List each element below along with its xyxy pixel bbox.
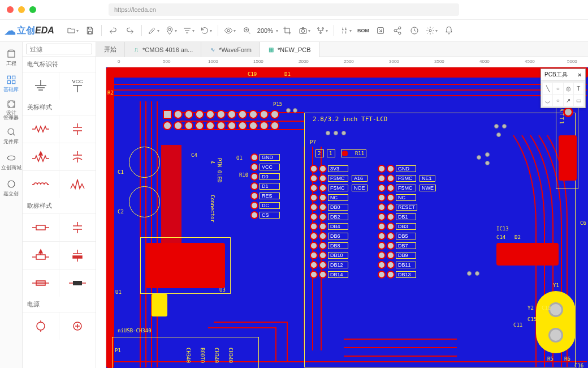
rail-designmgr-label: 设计 管理器	[3, 110, 19, 121]
palette-section-elec[interactable]: 电气标识符	[23, 57, 96, 72]
svg-rect-16	[12, 76, 15, 79]
rail-designmgr[interactable]: 设计 管理器	[1, 97, 21, 122]
url-bar[interactable]: https://lceda.cn	[109, 3, 459, 16]
symbol-gnd[interactable]	[23, 72, 59, 100]
app-logo[interactable]: ☁ 立创 EDA	[5, 24, 54, 37]
palette-section-power[interactable]: 电源	[23, 297, 96, 313]
tool-pad[interactable]: ○	[553, 83, 563, 94]
edit-button[interactable]: ▾	[145, 23, 162, 38]
rail-partslib[interactable]: 元件库	[1, 123, 21, 148]
svg-rect-18	[12, 80, 15, 83]
tab-waveform[interactable]: ∿*WaveForm	[201, 42, 260, 57]
rail-project[interactable]: 工程	[1, 45, 21, 70]
symbol-vcc[interactable]: VCC	[59, 72, 96, 100]
rail-jlc-label: 嘉立创	[3, 190, 19, 198]
pintable-mid: 3V3FSMCA16FSMCNOENCDB0DB2DB4DB6DB8DB10DB…	[310, 164, 371, 279]
tab-newpcb[interactable]: ▦*NEW_PCB	[260, 42, 319, 57]
tool-track[interactable]: ╲	[543, 83, 552, 94]
window-minimize-button[interactable]	[18, 6, 25, 13]
symbol-polcap-us[interactable]	[59, 143, 96, 170]
zoom-button[interactable]	[239, 23, 255, 38]
symbol-varistor-us[interactable]	[59, 171, 96, 198]
palette-filter-input[interactable]	[26, 44, 92, 54]
history-button[interactable]	[407, 23, 422, 38]
svg-point-11	[399, 32, 401, 35]
url-text: https://lceda.cn	[114, 6, 156, 13]
svg-point-4	[301, 29, 304, 32]
settings-button[interactable]: ▾	[423, 23, 440, 38]
symbol-fuse-eu[interactable]	[23, 269, 59, 297]
bom-button[interactable]: BOM	[355, 23, 371, 38]
rail-lcsc-label: 立创商城	[1, 164, 21, 172]
rail-basiclib[interactable]: 基础库	[1, 71, 21, 96]
symbol-inductor-us[interactable]	[23, 171, 59, 198]
align-button[interactable]: ▾	[180, 23, 197, 38]
place-button[interactable]: ▾	[163, 23, 179, 38]
svg-point-13	[429, 29, 431, 32]
tab-cmos[interactable]: ⎍*CMOS 4016 an...	[125, 42, 201, 57]
pintable-oled: GND VCC D0 D1 RES DC CS	[250, 152, 283, 220]
symbol-capacitor-eu[interactable]	[59, 214, 96, 241]
svg-point-0	[168, 28, 171, 31]
symbol-power-1[interactable]	[23, 313, 59, 340]
pcb-tool-panel-title[interactable]: PCB工具✕	[541, 69, 585, 81]
undo-button[interactable]	[105, 23, 121, 38]
symbol-capacitor-us[interactable]	[59, 115, 96, 143]
rail-basiclib-label: 基础库	[3, 86, 19, 93]
component-palette: 电气标识符 VCC 美标样式 欧标样式 电源	[23, 42, 96, 368]
tool-via[interactable]: ◎	[564, 83, 573, 94]
symbol-polcap-eu[interactable]	[59, 242, 96, 269]
symbol-resistor-eu[interactable]	[23, 214, 59, 241]
svg-rect-41	[36, 225, 45, 230]
redo-button[interactable]	[122, 23, 138, 38]
rotate-button[interactable]: ▾	[198, 23, 214, 38]
tool-arc[interactable]: ◡	[543, 95, 552, 106]
symbol-inductor-eu[interactable]	[59, 269, 96, 297]
traffic-lights	[7, 6, 36, 13]
save-button[interactable]	[82, 23, 98, 38]
ruler-horizontal: 0 500 1000 1500 2000 2500 3000 3500 4000…	[106, 57, 588, 67]
close-icon[interactable]: ✕	[577, 72, 582, 78]
share-button[interactable]	[390, 23, 405, 38]
symbol-pot-eu[interactable]	[23, 242, 59, 269]
export-button[interactable]	[373, 23, 388, 38]
tab-start[interactable]: 开始	[96, 42, 125, 57]
symbol-resistor-us[interactable]	[23, 115, 59, 143]
main-toolbar: ☁ 立创 EDA ▾ ▾ ▾ ▾ ▾ ▾ 200%▾ ▾ ▾ ▾ BOM ▾	[0, 19, 588, 42]
svg-point-21	[8, 106, 10, 108]
symbol-power-2[interactable]	[59, 313, 96, 340]
svg-point-6	[322, 28, 324, 29]
tool-rect[interactable]: ▭	[574, 95, 583, 106]
rail-jlc[interactable]: 嘉立创	[1, 176, 21, 200]
zoom-level[interactable]: 200%	[256, 27, 274, 34]
palette-section-eu[interactable]: 欧标样式	[23, 198, 96, 214]
cloud-icon: ☁	[5, 24, 16, 37]
svg-rect-48	[36, 255, 45, 259]
tool-line[interactable]: ↗	[564, 95, 573, 106]
netlist-button[interactable]: ▾	[314, 23, 330, 38]
svg-rect-60	[73, 281, 82, 285]
svg-rect-17	[7, 80, 10, 83]
palette-search-wrap	[23, 42, 96, 57]
pcb-canvas[interactable]: P15 R2 C19 D1 2.8/3.2 inch TFT-LCD C1 C2…	[106, 67, 588, 368]
tool-circle[interactable]: ○	[553, 95, 563, 106]
tool-text[interactable]: T	[574, 83, 583, 94]
notification-button[interactable]	[441, 23, 457, 38]
symbol-pot-us[interactable]	[23, 143, 59, 170]
view-button[interactable]: ▾	[222, 23, 238, 38]
svg-point-19	[8, 101, 10, 102]
rail-lcsc[interactable]: 立创商城	[1, 149, 21, 174]
camera-button[interactable]: ▾	[296, 23, 313, 38]
pcb-tool-panel[interactable]: PCB工具✕ ╲ ○ ◎ T ◡ ○ ↗ ▭	[541, 69, 586, 108]
window-maximize-button[interactable]	[29, 6, 36, 13]
pad-y1	[536, 291, 576, 353]
svg-rect-25	[8, 181, 15, 187]
logo-text-eda: EDA	[35, 25, 54, 36]
window-close-button[interactable]	[7, 6, 14, 13]
file-open-button[interactable]: ▾	[64, 23, 81, 38]
document-tabs: 开始 ⎍*CMOS 4016 an... ∿*WaveForm ▦*NEW_PC…	[96, 42, 588, 57]
tools-button[interactable]: ▾	[338, 23, 354, 38]
ruler-vertical	[96, 67, 106, 368]
crop-button[interactable]	[279, 23, 295, 38]
palette-section-us[interactable]: 美标样式	[23, 100, 96, 115]
